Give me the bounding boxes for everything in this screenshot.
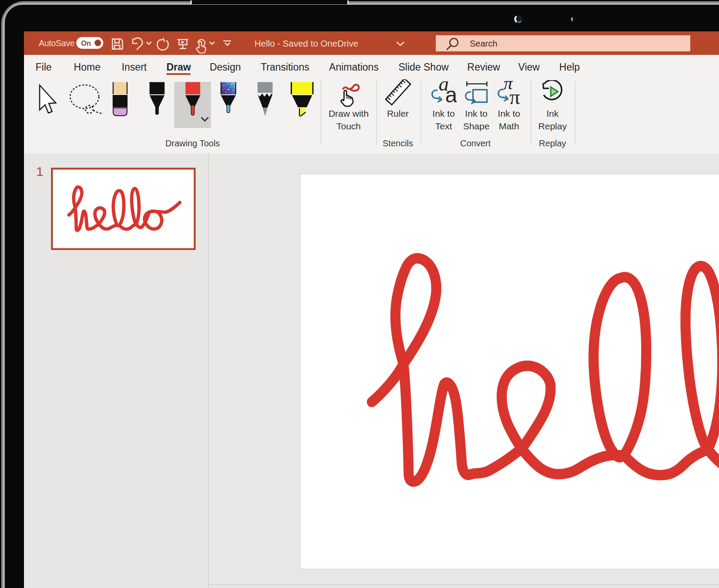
svg-text:a: a — [445, 83, 457, 107]
svg-text:π: π — [509, 85, 520, 107]
